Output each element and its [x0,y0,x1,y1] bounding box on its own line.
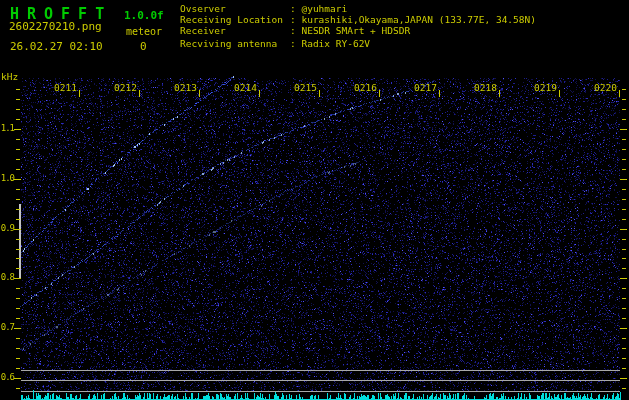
freq-label: 1.0 [0,173,14,183]
freq-label: 0.6 [0,372,14,382]
freq-minor-tick-right [622,318,626,319]
freq-minor-tick-right [622,149,626,150]
freq-minor-tick-right [622,368,626,369]
info-row: Recviving antenna: Radix RY-62V [180,38,536,49]
freq-minor-tick-right [622,268,626,269]
freq-minor-tick-left [16,388,20,389]
info-value: @yuhmari [301,3,347,14]
info-row: Receiver: NESDR SMArt + HDSDR [180,25,536,36]
time-label: 0213 [171,82,197,93]
freq-minor-tick-right [622,298,626,299]
freq-minor-tick-right [622,159,626,160]
freq-major-tick-right [620,378,627,379]
station-info-block: Ovserver: @yuhmariReceiving Location: ku… [180,3,536,49]
info-value: Radix RY-62V [301,38,370,49]
meteor-counter-label: meteor [126,26,162,37]
freq-minor-tick-left [16,149,20,150]
info-separator: : [290,3,301,14]
time-tick [619,90,620,97]
freq-minor-tick-left [16,119,20,120]
freq-major-tick-left [14,129,21,130]
freq-major-tick-right [620,328,627,329]
time-label: 0220 [591,82,617,93]
meteor-count-value: 0 [140,40,147,53]
freq-minor-tick-left [16,199,20,200]
freq-minor-tick-right [622,109,626,110]
freq-minor-tick-right [622,189,626,190]
freq-minor-tick-right [622,249,626,250]
freq-minor-tick-left [16,249,20,250]
time-tick [439,90,440,97]
time-label: 0216 [351,82,377,93]
freq-minor-tick-right [622,199,626,200]
info-separator: : [290,38,301,49]
freq-minor-tick-right [622,288,626,289]
info-row: Ovserver: @yuhmari [180,3,536,14]
freq-label: 0.9 [0,223,14,233]
freq-minor-tick-left [16,358,20,359]
freq-minor-tick-right [622,239,626,240]
freq-minor-tick-right [622,139,626,140]
info-separator: : [290,14,301,25]
output-filename: 2602270210.png [9,20,102,33]
freq-minor-tick-right [622,258,626,259]
info-label: Ovserver [180,3,290,14]
freq-minor-tick-right [622,219,626,220]
freq-major-tick-right [620,229,627,230]
info-row: Receiving Location: kurashiki,Okayama,JA… [180,14,536,25]
info-label: Receiving Location [180,14,290,25]
info-value: NESDR SMArt + HDSDR [301,25,410,36]
freq-label: 0.7 [0,322,14,332]
time-label: 0217 [411,82,437,93]
freq-minor-tick-right [622,308,626,309]
time-label: 0219 [531,82,557,93]
info-label: Recviving antenna [180,38,290,49]
freq-minor-tick-right [622,89,626,90]
app-version: 1.0.0f [124,9,164,22]
freq-minor-tick-right [622,388,626,389]
info-separator: : [290,25,301,36]
freq-minor-tick-left [16,368,20,369]
freq-minor-tick-left [16,189,20,190]
freq-major-tick-right [620,129,627,130]
time-tick [379,90,380,97]
freq-minor-tick-right [622,209,626,210]
freq-minor-tick-left [16,239,20,240]
time-tick [499,90,500,97]
time-tick [259,90,260,97]
freq-minor-tick-left [16,318,20,319]
freq-minor-tick-left [16,109,20,110]
freq-axis-unit-label: kHz [1,71,18,82]
time-tick [319,90,320,97]
timestamp: 26.02.27 02:10 [10,40,103,53]
time-tick [199,90,200,97]
freq-minor-tick-left [16,268,20,269]
freq-minor-tick-left [16,139,20,140]
freq-minor-tick-left [16,308,20,309]
freq-minor-tick-right [622,358,626,359]
freq-minor-tick-left [16,209,20,210]
time-label: 0214 [231,82,257,93]
time-label: 0212 [111,82,137,93]
freq-minor-tick-left [16,159,20,160]
spectrogram-canvas [0,0,629,400]
freq-minor-tick-left [16,99,20,100]
freq-minor-tick-right [622,119,626,120]
hrofft-output-window: HROFFT 1.0.0f 2602270210.png meteor 26.0… [0,0,629,400]
info-value: kurashiki,Okayama,JAPAN (133.77E, 34.58N… [301,14,536,25]
freq-minor-tick-left [16,348,20,349]
freq-major-tick-left [14,278,21,279]
freq-label: 0.8 [0,272,14,282]
freq-minor-tick-left [16,89,20,90]
freq-major-tick-left [14,328,21,329]
freq-major-tick-left [14,179,21,180]
freq-minor-tick-right [622,338,626,339]
freq-major-tick-right [620,278,627,279]
freq-minor-tick-left [16,288,20,289]
info-label: Receiver [180,25,290,36]
freq-minor-tick-left [16,298,20,299]
time-tick [559,90,560,97]
freq-minor-tick-right [622,348,626,349]
time-label: 0211 [51,82,77,93]
freq-label: 1.1 [0,123,14,133]
